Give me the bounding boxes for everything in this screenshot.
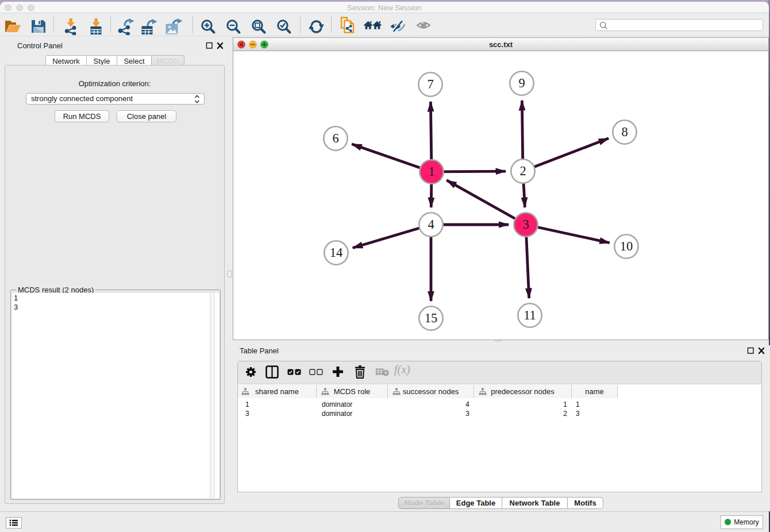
svg-text:2: 2 (519, 164, 526, 178)
svg-text:14: 14 (330, 245, 343, 260)
svg-text:7: 7 (427, 77, 433, 91)
svg-text:10: 10 (620, 239, 633, 253)
svg-text:15: 15 (425, 311, 438, 325)
svg-text:6: 6 (332, 131, 338, 145)
svg-text:8: 8 (621, 125, 627, 139)
svg-text:4: 4 (428, 217, 434, 232)
svg-text:1: 1 (428, 164, 434, 179)
svg-text:9: 9 (518, 76, 525, 90)
svg-text:3: 3 (522, 217, 529, 232)
svg-text:11: 11 (523, 308, 536, 322)
